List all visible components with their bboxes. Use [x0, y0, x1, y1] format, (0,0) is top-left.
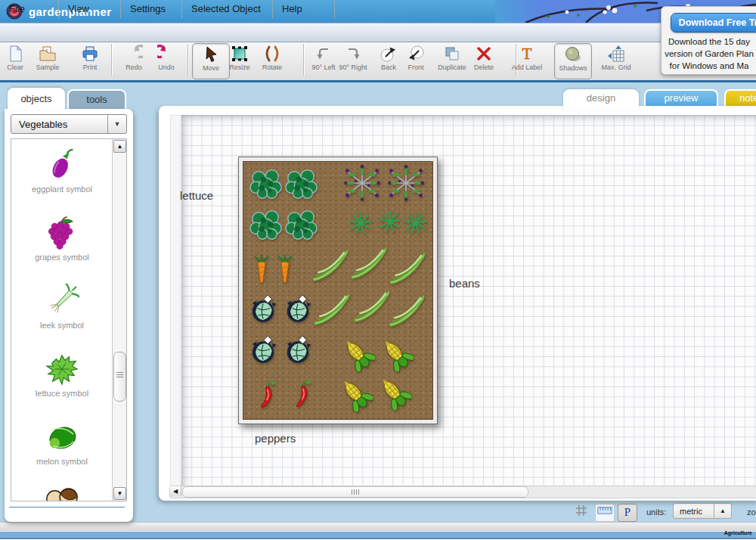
add-label-t-icon: T [518, 45, 536, 63]
move-cursor-icon [202, 45, 220, 64]
horizontal-scroll-thumb[interactable] [182, 486, 528, 498]
rotate-icon [263, 45, 281, 63]
list-item-melon[interactable]: melon symbol [11, 417, 113, 485]
trial-text-line: version of Garden Plan [662, 49, 756, 58]
download-free-trial-button[interactable]: Download Free Trial [671, 13, 756, 33]
plant-spacing-button[interactable]: P [618, 504, 637, 522]
bring-front-button[interactable]: Front [398, 43, 434, 78]
duplicate-icon [443, 45, 461, 63]
menubar [0, 23, 756, 42]
rotate-90-left-icon [314, 45, 333, 63]
svg-text:T: T [522, 45, 532, 63]
garden-label-lettuce[interactable]: lettuce [180, 189, 213, 202]
melon-symbol-icon [45, 420, 79, 455]
back-icon [380, 45, 398, 63]
scroll-up-arrow-icon[interactable]: ▲ [113, 140, 126, 153]
menu-view[interactable]: View [59, 0, 121, 18]
clear-page-icon [6, 45, 24, 63]
duplicate-button[interactable]: Duplicate [434, 43, 470, 78]
list-item-lettuce[interactable]: lettuce symbol [11, 349, 113, 417]
menu-file[interactable]: File [0, 0, 59, 18]
footer-category-text: Agriculture [724, 530, 752, 535]
garden-bed[interactable] [238, 157, 438, 424]
garden-planner-app: gardenplanner File View Settings Selecte… [0, 0, 756, 540]
tab-design[interactable]: design [563, 89, 639, 110]
undo-arrow-icon [157, 45, 175, 63]
units-dropdown[interactable]: metric ▲ [673, 503, 732, 519]
redo-arrow-icon [125, 45, 143, 63]
rotate-90-right-icon [344, 45, 362, 63]
tab-tools[interactable]: tools [67, 89, 126, 110]
object-list: eggplant symbol grapes symbol leek symbo… [11, 138, 127, 501]
max-grid-icon [607, 45, 625, 63]
print-button[interactable]: Print [72, 43, 108, 78]
menu-settings[interactable]: Settings [121, 0, 182, 18]
trial-text-line: for Windows and Ma [662, 61, 756, 70]
toolbar-separator [187, 44, 189, 76]
tab-preview[interactable]: preview [644, 89, 718, 107]
scroll-grip-icon [352, 489, 359, 495]
leek-symbol-icon [45, 284, 79, 318]
object-list-scrollbar[interactable]: ▲ ▼ [112, 139, 126, 501]
tab-notes[interactable]: notes [724, 89, 756, 107]
p-letter-icon: P [618, 504, 637, 520]
ruler-icon [597, 504, 612, 517]
list-item-grapes[interactable]: grapes symbol [11, 213, 113, 281]
ruler-button[interactable] [595, 504, 615, 522]
toolbar-separator [303, 44, 305, 76]
sample-button[interactable]: s Sample [29, 43, 66, 78]
category-dropdown-value: Vegetables [19, 119, 67, 130]
eggplant-symbol-icon [45, 147, 79, 182]
window-bottom-strip [0, 522, 756, 531]
rotate-button[interactable]: Rotate [254, 43, 290, 78]
list-item-leek[interactable]: leek symbol [11, 281, 113, 349]
object-list-scroll-thumb[interactable] [113, 352, 126, 402]
category-dropdown[interactable]: Vegetables ▼ [11, 114, 127, 134]
shadows-button[interactable]: Shadows [554, 43, 592, 79]
objects-panel: Vegetables ▼ eggplant symbol grapes symb… [5, 109, 133, 522]
panel-divider [9, 507, 125, 507]
scroll-down-arrow-icon[interactable]: ▼ [113, 487, 126, 500]
list-item-mushroom-partial[interactable] [11, 485, 113, 501]
max-grid-button[interactable]: Max. Grid [598, 43, 634, 78]
resize-icon [231, 45, 249, 63]
garden-label-peppers[interactable]: peppers [255, 432, 296, 445]
redo-button[interactable]: Redo [116, 43, 152, 78]
menu-help[interactable]: Help [273, 0, 335, 18]
shadows-icon [564, 45, 582, 64]
delete-button[interactable]: Delete [466, 43, 502, 78]
undo-button[interactable]: Undo [148, 43, 184, 78]
mushroom-symbol-icon [45, 488, 79, 501]
resize-button[interactable]: Resize [222, 43, 258, 78]
garden-label-beans[interactable]: beans [449, 277, 480, 290]
grapes-symbol-icon [45, 216, 79, 250]
menu-selected-object[interactable]: Selected Object [182, 0, 273, 18]
download-trial-panel: Download Free Trial Download the 15 day … [661, 6, 756, 75]
zoom-label: zoom [747, 507, 756, 517]
lettuce-symbol-icon [45, 352, 79, 386]
list-item-eggplant[interactable]: eggplant symbol [11, 144, 113, 213]
canvas-horizontal-scrollbar[interactable]: ◀ [169, 486, 756, 498]
toolbar-separator [111, 44, 113, 76]
footer-bar [0, 531, 756, 539]
rotate-90-right-button[interactable]: 90° Right [335, 43, 371, 78]
printer-icon [81, 45, 99, 63]
tab-objects[interactable]: objects [8, 88, 65, 110]
chevron-up-icon[interactable]: ▲ [714, 504, 731, 518]
units-dropdown-value: metric [680, 507, 702, 516]
soil-texture [243, 161, 433, 420]
front-icon [407, 45, 425, 63]
trial-text-line: Download the 15 day [662, 37, 756, 46]
clear-button[interactable]: Clear [0, 43, 33, 78]
units-label: units: [646, 507, 666, 517]
add-label-button[interactable]: T Add Label [509, 43, 545, 78]
show-grid-button[interactable] [572, 504, 590, 520]
delete-x-icon [475, 45, 493, 63]
scroll-left-arrow-icon[interactable]: ◀ [170, 486, 181, 496]
chevron-down-icon[interactable]: ▼ [107, 115, 126, 133]
canvas-vertical-scrollbar[interactable] [170, 115, 181, 487]
sample-folder-icon: s [39, 45, 57, 63]
grid-icon [575, 504, 588, 517]
